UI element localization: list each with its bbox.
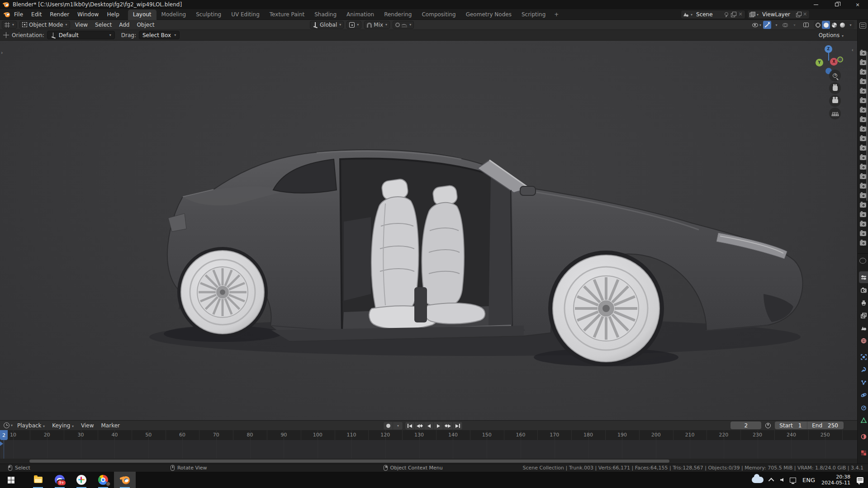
shading-wireframe-button[interactable] [814, 21, 822, 29]
editor-type-button[interactable]: ▾ [2, 21, 17, 29]
use-preview-range-icon[interactable] [765, 423, 771, 428]
camera-icon[interactable] [860, 146, 866, 151]
properties-tab-tool[interactable] [859, 271, 868, 283]
properties-tab-physics[interactable] [859, 389, 868, 401]
snap-dropdown[interactable]: Mix▾ [364, 21, 390, 29]
timeline-menu-marker[interactable]: Marker [97, 422, 123, 429]
tab-texture-paint[interactable]: Texture Paint [265, 9, 309, 20]
playhead-line[interactable] [4, 440, 4, 459]
camera-icon[interactable] [860, 51, 866, 56]
menu-window[interactable]: Window [73, 9, 103, 20]
current-frame-field[interactable]: 2 [730, 422, 761, 429]
timeline-editor-icon[interactable] [4, 422, 9, 428]
menu-edit[interactable]: Edit [27, 9, 46, 20]
outliner-editor-icon[interactable] [859, 23, 866, 28]
timeline-channels[interactable] [0, 440, 857, 459]
gizmo-y-axis[interactable]: Y [816, 59, 823, 66]
jump-start-button[interactable] [405, 422, 415, 430]
outliner-scrollbar[interactable] [866, 52, 868, 201]
jump-end-button[interactable] [453, 422, 462, 430]
car-front-wheel[interactable] [548, 251, 664, 366]
play-reverse-button[interactable] [424, 422, 434, 430]
tab-compositing[interactable]: Compositing [417, 9, 460, 20]
volume-icon[interactable] [780, 478, 783, 482]
shading-solid-button[interactable] [822, 21, 830, 29]
tab-layout[interactable]: Layout [128, 9, 157, 20]
minimize-button[interactable] [806, 0, 826, 9]
camera-icon[interactable] [860, 212, 866, 217]
car-rear-wheel[interactable] [177, 247, 268, 337]
current-frame-marker[interactable]: 2 [0, 430, 8, 440]
perspective-toggle-button[interactable] [829, 108, 841, 119]
restore-button[interactable] [826, 0, 847, 9]
taskbar-explorer[interactable] [27, 472, 49, 488]
camera-icon[interactable] [860, 241, 866, 246]
tray-expand-icon[interactable] [768, 478, 774, 483]
properties-tab-view-layer[interactable] [859, 309, 868, 321]
camera-icon[interactable] [860, 184, 866, 189]
camera-icon[interactable] [860, 70, 866, 75]
language-indicator[interactable]: ENG [802, 477, 815, 483]
properties-tab-texture[interactable] [859, 447, 868, 459]
camera-icon[interactable] [860, 193, 866, 198]
properties-tab-modifiers[interactable] [859, 364, 868, 375]
overlays-dropdown[interactable]: ▾ [790, 21, 798, 29]
show-overlays-toggle[interactable] [781, 21, 789, 29]
orientation-select[interactable]: Default ▾ [47, 31, 115, 39]
new-viewlayer-icon[interactable] [796, 12, 801, 17]
properties-editor-icon[interactable] [859, 258, 866, 264]
camera-icon[interactable] [860, 89, 866, 94]
network-icon[interactable] [790, 478, 796, 483]
action-center-icon[interactable] [857, 477, 863, 483]
properties-tab-material[interactable] [859, 431, 868, 442]
camera-icon[interactable] [860, 231, 866, 236]
properties-tab-constraints[interactable] [859, 402, 868, 413]
tab-sculpting[interactable]: Sculpting [191, 9, 226, 20]
properties-tab-object[interactable] [859, 351, 868, 363]
taskbar-blender[interactable] [114, 472, 136, 488]
properties-tab-world[interactable] [859, 335, 868, 346]
camera-icon[interactable] [860, 174, 866, 179]
timeline-menu-view[interactable]: View [77, 422, 97, 429]
viewport-menu-select[interactable]: Select [91, 22, 115, 28]
taskbar-chrome[interactable] [92, 472, 114, 488]
close-button[interactable]: × [847, 0, 868, 9]
camera-icon[interactable] [860, 155, 866, 160]
delete-scene-icon[interactable]: ✕ [738, 12, 743, 17]
new-scene-icon[interactable] [730, 12, 736, 17]
options-button[interactable]: Options ▾ [819, 32, 844, 38]
next-keyframe-button[interactable] [443, 422, 453, 430]
scene-selector[interactable]: ▾ Scene ✕ [681, 10, 745, 19]
tab-uv-editing[interactable]: UV Editing [226, 9, 265, 20]
camera-view-button[interactable] [829, 95, 841, 107]
pan-button[interactable] [829, 82, 841, 94]
timeline-ruler[interactable]: 1020304050607080901001101201301401501601… [0, 430, 857, 440]
transform-orientation-dropdown[interactable]: Global▾ [310, 21, 344, 29]
show-gizmo-toggle[interactable] [763, 21, 771, 29]
camera-icon[interactable] [860, 165, 866, 170]
start-button[interactable] [0, 472, 22, 488]
camera-icon[interactable] [860, 60, 866, 65]
properties-tab-output[interactable] [859, 297, 868, 308]
blender-menu-icon[interactable] [4, 12, 10, 17]
properties-tab-scene[interactable] [859, 322, 868, 334]
tab-geometry-nodes[interactable]: Geometry Nodes [461, 9, 517, 20]
mode-selector[interactable]: Object Mode▾ [19, 21, 70, 29]
xray-toggle[interactable] [802, 21, 810, 29]
add-workspace-button[interactable]: + [550, 11, 562, 18]
pivot-point-dropdown[interactable]: ▾ [346, 21, 361, 29]
drag-select[interactable]: Select Box▾ [139, 31, 180, 39]
shading-dropdown[interactable]: ▾ [846, 21, 854, 29]
onedrive-icon[interactable] [752, 477, 764, 483]
camera-icon[interactable] [860, 127, 866, 132]
viewport-menu-add[interactable]: Add [115, 22, 133, 28]
proportional-editing-dropdown[interactable]: ▾ [393, 21, 414, 29]
timeline-menu-keying[interactable]: Keying ▾ [48, 422, 77, 429]
gizmo-x-neg[interactable] [837, 57, 843, 62]
keying-dropdown[interactable]: ▾ [393, 422, 403, 430]
shading-rendered-button[interactable] [838, 21, 846, 29]
menu-render[interactable]: Render [46, 9, 73, 20]
camera-icon[interactable] [860, 98, 866, 103]
camera-icon[interactable] [860, 108, 866, 113]
end-frame-field[interactable]: 250 [827, 422, 844, 429]
